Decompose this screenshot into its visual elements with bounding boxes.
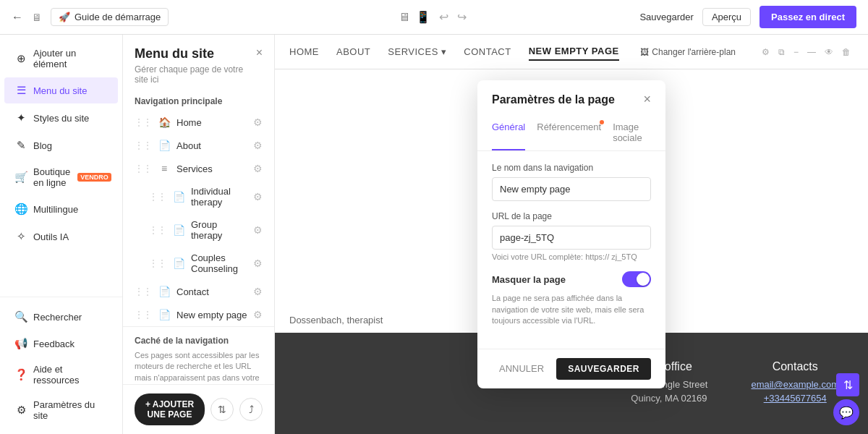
panel-close-button[interactable]: × xyxy=(256,46,263,59)
back-button[interactable]: ← xyxy=(12,11,23,24)
desktop-device-icon[interactable]: 🖥 xyxy=(399,11,410,24)
guide-button[interactable]: 🚀 Guide de démarrage xyxy=(51,8,169,26)
settings-icon[interactable]: ⚙ xyxy=(253,140,263,151)
sidebar-item-ai-tools[interactable]: ✧ Outils IA xyxy=(4,224,118,250)
cancel-button[interactable]: ANNULER xyxy=(492,359,551,378)
list-icon: ≡ xyxy=(158,163,171,174)
settings-icon[interactable]: ⚙ xyxy=(253,191,263,203)
undo-button[interactable]: ↩ xyxy=(436,7,451,27)
page-doc-icon: 📄 xyxy=(172,224,185,236)
blog-icon: ✎ xyxy=(14,139,27,152)
page-doc-icon: 📄 xyxy=(172,258,185,269)
sidebar-item-feedback[interactable]: 📢 Feedback xyxy=(4,331,118,357)
panel-scroll-area[interactable]: Navigation principale ⋮⋮ 🏠 Home ⚙ ⋮⋮ 📄 A… xyxy=(123,90,274,384)
tab-general[interactable]: Général xyxy=(492,116,525,150)
settings-icon[interactable]: ⚙ xyxy=(253,224,263,236)
save-modal-button[interactable]: SAUVEGARDER xyxy=(556,358,651,380)
desktop-icon: 🖥 xyxy=(32,12,42,23)
page-label: Individual therapy xyxy=(191,186,250,208)
nav-item-home[interactable]: ⋮⋮ 🏠 Home ⚙ xyxy=(123,111,274,134)
modal-tabs: Général Référencement Image sociale xyxy=(477,116,665,151)
page-doc-icon: 📄 xyxy=(158,309,171,320)
search-icon: 🔍 xyxy=(14,310,27,323)
nav-item-contact[interactable]: ⋮⋮ 📄 Contact ⚙ xyxy=(123,280,274,303)
nav-item-about[interactable]: ⋮⋮ 📄 About ⚙ xyxy=(123,134,274,157)
tab-social-image[interactable]: Image sociale xyxy=(613,116,642,150)
plus-circle-icon: ⊕ xyxy=(14,52,27,65)
sidebar-item-label: Styles du site xyxy=(33,113,89,124)
mobile-device-icon[interactable]: 📱 xyxy=(416,10,430,24)
nav-item-couples[interactable]: ⋮⋮ 📄 Couples Counseling ⚙ xyxy=(123,247,274,280)
sidebar-item-label: Feedback xyxy=(33,339,75,349)
guide-label: Guide de démarrage xyxy=(75,12,161,22)
multilang-icon: 🌐 xyxy=(14,203,27,216)
sidebar-item-label: Blog xyxy=(33,140,52,151)
seo-tab-dot xyxy=(600,120,604,124)
settings-icon[interactable]: ⚙ xyxy=(253,258,263,269)
hide-page-row: Masquer la page xyxy=(492,271,651,287)
drag-handle-icon: ⋮⋮ xyxy=(135,140,152,150)
drag-handle-icon: ⋮⋮ xyxy=(135,163,152,174)
share-button[interactable]: ⤴ xyxy=(239,398,263,421)
topbar-left: ← 🖥 🚀 Guide de démarrage xyxy=(12,8,387,26)
drag-handle-icon: ⋮⋮ xyxy=(149,258,166,268)
save-button[interactable]: Sauvegarder xyxy=(639,12,693,22)
sidebar-item-site-menu[interactable]: ☰ Menu du site xyxy=(4,77,118,103)
sidebar-item-label: Outils IA xyxy=(33,231,69,242)
reorder-button[interactable]: ⇅ xyxy=(210,398,234,421)
tab-seo[interactable]: Référencement xyxy=(537,116,601,150)
drag-handle-icon: ⋮⋮ xyxy=(149,192,166,202)
drag-handle-icon: ⋮⋮ xyxy=(149,225,166,235)
publish-button[interactable]: Passez en direct xyxy=(760,6,856,28)
sidebar-item-blog[interactable]: ✎ Blog xyxy=(4,132,118,158)
modal-overlay: Paramètres de la page × Général Référenc… xyxy=(275,35,868,434)
sidebar-item-label: Aide et ressources xyxy=(33,364,108,386)
url-hint-prefix: Voici votre URL complète: https:// xyxy=(492,252,609,261)
nav-item-group-therapy[interactable]: ⋮⋮ 📄 Group therapy ⚙ xyxy=(123,213,274,247)
sidebar-item-help[interactable]: ❓ Aide et ressources xyxy=(4,357,118,392)
topbar-center: 🖥 📱 ↩ ↪ xyxy=(399,7,469,27)
nav-section-label: Navigation principale xyxy=(123,90,274,111)
settings-icon[interactable]: ⚙ xyxy=(253,163,263,174)
page-doc-icon: 📄 xyxy=(172,191,185,203)
sidebar: ⊕ Ajouter un élément ☰ Menu du site ✦ St… xyxy=(0,35,123,434)
sidebar-item-multilang[interactable]: 🌐 Multilingue xyxy=(4,196,118,222)
sidebar-item-label: Menu du site xyxy=(33,85,87,96)
sidebar-item-shop[interactable]: 🛒 Boutique en ligne VENDRO xyxy=(4,160,118,195)
nav-item-services[interactable]: ⋮⋮ ≡ Services ⚙ xyxy=(123,157,274,180)
hide-page-desc: La page ne sera pas affichée dans la nav… xyxy=(492,293,651,326)
shop-icon: 🛒 xyxy=(14,171,27,184)
settings-icon[interactable]: ⚙ xyxy=(253,309,263,320)
sidebar-item-label: Boutique en ligne xyxy=(33,166,70,188)
url-hint-suffix: zj_5TQ xyxy=(611,252,637,261)
modal-title: Paramètres de la page xyxy=(492,93,615,106)
sidebar-item-search[interactable]: 🔍 Rechercher xyxy=(4,304,118,330)
nav-item-individual-therapy[interactable]: ⋮⋮ 📄 Individual therapy ⚙ xyxy=(123,180,274,213)
drag-handle-icon: ⋮⋮ xyxy=(135,117,152,127)
hide-page-toggle[interactable] xyxy=(622,271,651,287)
page-label: Services xyxy=(176,163,250,174)
cached-title: Caché de la navigation xyxy=(135,336,263,346)
nav-name-input[interactable] xyxy=(492,177,651,201)
preview-button[interactable]: Aperçu xyxy=(702,8,751,26)
settings-icon[interactable]: ⚙ xyxy=(253,286,263,297)
nav-name-label: Le nom dans la navigation xyxy=(492,163,651,173)
topbar-right: Sauvegarder Aperçu Passez en direct xyxy=(481,6,856,28)
add-page-button[interactable]: + AJOUTER UNE PAGE xyxy=(135,393,205,425)
sidebar-item-styles[interactable]: ✦ Styles du site xyxy=(4,105,118,131)
panel-title: Menu du site xyxy=(135,46,256,61)
sidebar-item-site-settings[interactable]: ⚙ Paramètres du site xyxy=(4,393,118,427)
nav-item-new-empty[interactable]: ⋮⋮ 📄 New empty page ⚙ xyxy=(123,303,274,326)
vendor-badge: VENDRO xyxy=(77,173,111,182)
hide-page-label: Masquer la page xyxy=(492,274,566,285)
panel-header: Menu du site Gérer chaque page de votre … xyxy=(123,35,274,90)
settings-icon[interactable]: ⚙ xyxy=(253,116,263,128)
modal-close-button[interactable]: × xyxy=(643,92,651,107)
page-doc-icon: 📄 xyxy=(158,286,171,297)
redo-button[interactable]: ↪ xyxy=(454,7,469,27)
drag-handle-icon: ⋮⋮ xyxy=(135,286,152,297)
page-label: New empty page xyxy=(176,310,250,320)
sidebar-item-add-element[interactable]: ⊕ Ajouter un élément xyxy=(4,41,118,76)
styles-icon: ✦ xyxy=(14,111,27,124)
url-input[interactable] xyxy=(492,226,651,250)
